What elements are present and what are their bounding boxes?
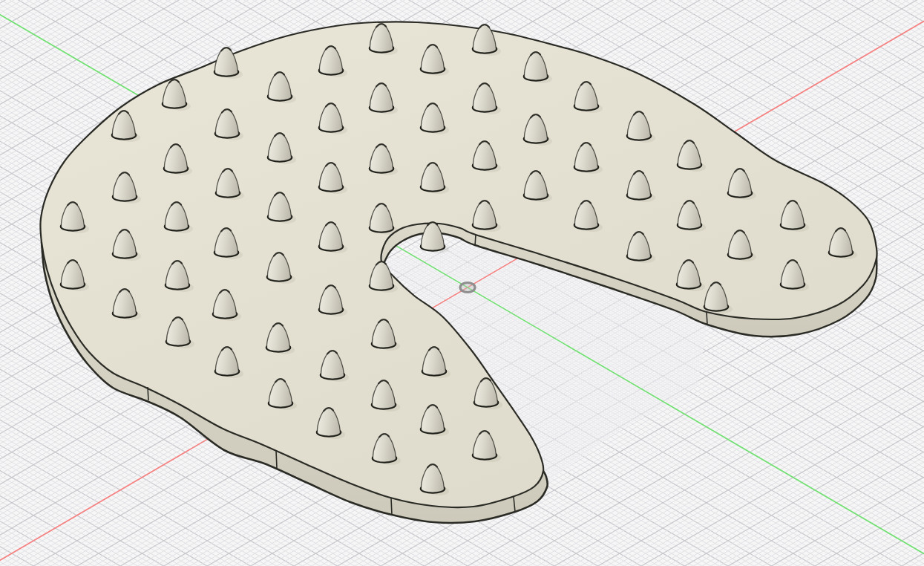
seam-line — [707, 312, 707, 325]
cad-viewport — [0, 0, 924, 566]
seam-line — [475, 235, 476, 246]
seam-line — [148, 387, 148, 400]
seam-line — [276, 451, 277, 468]
viewport-canvas[interactable] — [0, 0, 924, 566]
seam-line — [391, 498, 392, 515]
origin-marker[interactable] — [460, 283, 475, 293]
